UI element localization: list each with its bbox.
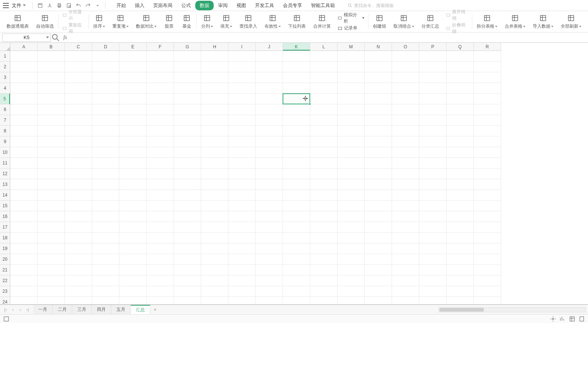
ribbon-button[interactable]: 填充: [217, 11, 236, 32]
cell[interactable]: [310, 265, 337, 275]
cell[interactable]: [92, 233, 119, 243]
cell[interactable]: [174, 179, 201, 190]
cell[interactable]: [38, 115, 65, 126]
cell[interactable]: [174, 190, 201, 201]
cell[interactable]: [365, 179, 392, 190]
column-header[interactable]: H: [201, 43, 228, 51]
cell[interactable]: [392, 126, 419, 136]
cell[interactable]: [65, 222, 92, 233]
cell[interactable]: [256, 51, 283, 62]
cell[interactable]: [201, 126, 228, 136]
cell[interactable]: [174, 222, 201, 233]
cell[interactable]: [447, 211, 474, 222]
cell[interactable]: [256, 169, 283, 179]
status-settings-icon[interactable]: [550, 316, 556, 322]
cell[interactable]: [92, 286, 119, 297]
cell[interactable]: [447, 190, 474, 201]
cell[interactable]: [10, 94, 38, 104]
cell[interactable]: [10, 115, 38, 126]
cell[interactable]: [228, 286, 256, 297]
cell[interactable]: [337, 158, 365, 169]
cell[interactable]: [419, 222, 447, 233]
cell[interactable]: [447, 179, 474, 190]
cell[interactable]: [201, 211, 228, 222]
cell[interactable]: [10, 201, 38, 211]
cell[interactable]: [65, 72, 92, 83]
cell[interactable]: [392, 147, 419, 158]
cell[interactable]: [419, 147, 447, 158]
cell[interactable]: [10, 211, 38, 222]
cell[interactable]: [365, 72, 392, 83]
cell[interactable]: [283, 297, 310, 304]
cell[interactable]: [174, 94, 201, 104]
cell[interactable]: [256, 147, 283, 158]
cell[interactable]: [174, 254, 201, 265]
cell[interactable]: [337, 254, 365, 265]
cell[interactable]: [65, 51, 92, 62]
cell[interactable]: [419, 190, 447, 201]
cell[interactable]: [228, 62, 256, 72]
cell[interactable]: [38, 62, 65, 72]
cell[interactable]: [310, 51, 337, 62]
cell[interactable]: [174, 136, 201, 147]
ribbon-small-item[interactable]: 重新应用: [62, 22, 85, 35]
cell[interactable]: [119, 158, 147, 169]
cell[interactable]: [365, 158, 392, 169]
cell[interactable]: [419, 254, 447, 265]
sheet-tab[interactable]: 二月: [53, 305, 72, 314]
cell[interactable]: [228, 83, 256, 94]
cell[interactable]: [10, 62, 38, 72]
cell[interactable]: [147, 169, 174, 179]
cell[interactable]: [474, 136, 501, 147]
cell[interactable]: [365, 190, 392, 201]
cell[interactable]: [10, 169, 38, 179]
cell[interactable]: [419, 179, 447, 190]
cell[interactable]: [147, 265, 174, 275]
cell[interactable]: [337, 265, 365, 275]
cell[interactable]: [310, 72, 337, 83]
column-header[interactable]: D: [92, 43, 119, 51]
row-header[interactable]: 11: [0, 158, 10, 169]
cell[interactable]: [365, 126, 392, 136]
cell[interactable]: [392, 83, 419, 94]
file-menu[interactable]: 文件: [12, 2, 21, 9]
column-header[interactable]: M: [337, 43, 365, 51]
cell[interactable]: [365, 147, 392, 158]
cell[interactable]: [283, 201, 310, 211]
add-sheet-button[interactable]: +: [150, 307, 160, 312]
cell[interactable]: [201, 254, 228, 265]
cell[interactable]: [65, 201, 92, 211]
cell[interactable]: [447, 286, 474, 297]
cell[interactable]: [92, 201, 119, 211]
cell[interactable]: [419, 51, 447, 62]
cell[interactable]: [228, 211, 256, 222]
cell[interactable]: [310, 190, 337, 201]
cell[interactable]: [119, 147, 147, 158]
sheet-tab[interactable]: 四月: [92, 305, 111, 314]
ribbon-button[interactable]: 查找录入: [236, 11, 261, 32]
cell[interactable]: [147, 254, 174, 265]
cell[interactable]: [201, 190, 228, 201]
ribbon-button[interactable]: 有效性: [261, 11, 284, 32]
cell[interactable]: [474, 51, 501, 62]
view-normal-icon[interactable]: [569, 316, 575, 322]
cell[interactable]: [392, 51, 419, 62]
cell[interactable]: [174, 265, 201, 275]
column-header[interactable]: F: [147, 43, 174, 51]
cell[interactable]: [10, 136, 38, 147]
cell[interactable]: [310, 104, 337, 115]
column-header[interactable]: I: [228, 43, 256, 51]
cell[interactable]: [337, 51, 365, 62]
cell[interactable]: [228, 190, 256, 201]
ribbon-tab[interactable]: 数据: [195, 1, 214, 10]
cell[interactable]: [92, 297, 119, 304]
sheet-nav-prev-icon[interactable]: ‹: [10, 306, 16, 313]
cell[interactable]: [392, 286, 419, 297]
cell[interactable]: [283, 169, 310, 179]
column-header[interactable]: A: [10, 43, 38, 51]
cell[interactable]: [256, 115, 283, 126]
cell[interactable]: [147, 190, 174, 201]
cell[interactable]: [228, 222, 256, 233]
cell[interactable]: [147, 201, 174, 211]
cell[interactable]: [119, 254, 147, 265]
